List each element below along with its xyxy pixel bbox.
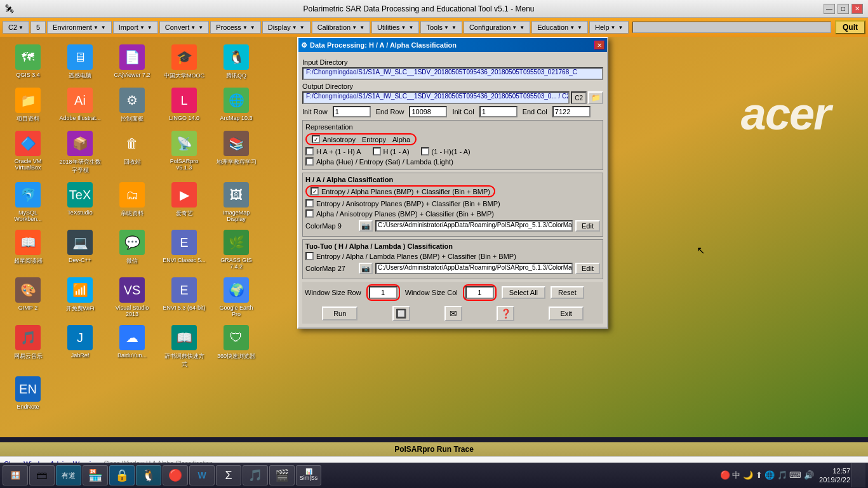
- desktop-icon-polsarpro-v5.1.3[interactable]: 📡 PolSARpro v5.1.3: [161, 128, 207, 177]
- action-icon-1[interactable]: 🔲: [392, 306, 410, 321]
- minimize-button[interactable]: —: [824, 4, 835, 14]
- menubar-process[interactable]: Process ▼: [210, 21, 261, 34]
- taskbar-files-button[interactable]: 🗃: [29, 465, 55, 485]
- maximize-button[interactable]: □: [838, 4, 849, 14]
- desktop-icon-jabref[interactable]: J JabRef: [57, 322, 103, 371]
- taskbar-chrome-button[interactable]: 🔴: [163, 465, 188, 485]
- desktop-icon-微信[interactable]: 💬 微信: [109, 227, 155, 272]
- menubar-s[interactable]: 5: [30, 21, 46, 34]
- desktop-icon-cajviewer-7.2[interactable]: 📄 CAjViewer 7.2: [109, 42, 155, 82]
- desktop-icon-mysql-workben...[interactable]: 🐬 MySQL Workben...: [5, 180, 51, 225]
- desktop-icon-回收站[interactable]: 🗑 回收站: [109, 128, 155, 177]
- taskbar-store-button[interactable]: 🏪: [83, 465, 108, 485]
- init-row-field[interactable]: [333, 106, 371, 117]
- desktop-icon-辞书词典快速方式[interactable]: 📖 辞书词典快速方式: [161, 322, 207, 371]
- menubar-utilities[interactable]: Utilities ▼: [371, 21, 419, 34]
- desktop-icon-gimp-2[interactable]: 🎨 GIMP 2: [5, 275, 51, 320]
- desktop-icon-baiduyun...[interactable]: ☁ BaiduYun...: [109, 322, 155, 371]
- desktop-icon-地理学教程学习[interactable]: 📚 地理学教程学习: [213, 128, 259, 177]
- colormap27-browse-button[interactable]: 📷: [359, 263, 373, 274]
- ha-plus-checkbox[interactable]: H A + (1 - H) A: [305, 147, 361, 155]
- reset-button[interactable]: Reset: [551, 286, 584, 299]
- menubar-tools[interactable]: Tools ▼: [420, 21, 462, 34]
- menubar-environment[interactable]: Environment ▼: [47, 21, 112, 34]
- desktop-icon-2018年研究生数字孪模[interactable]: 📦 2018年研究生数字孪模: [57, 128, 103, 177]
- menubar-import[interactable]: Import ▼: [113, 21, 158, 34]
- desktop-icon-imagemap-display[interactable]: 🖼 ImageMap Display: [213, 180, 259, 225]
- menubar-c2[interactable]: C2 ▼: [3, 21, 29, 34]
- desktop-icon-超星阅读器[interactable]: 📖 超星阅读器: [5, 227, 51, 272]
- colormap9-edit-button[interactable]: Edit: [575, 220, 600, 232]
- taskbar-youdao-button[interactable]: 有道: [56, 465, 81, 485]
- desktop-icon-oracle-vm-virtualbox[interactable]: 🔷 Oracle VM VirtualBox: [5, 128, 51, 177]
- desktop-icon-dev-c++[interactable]: 💻 Dev-C++: [57, 227, 103, 272]
- run-button[interactable]: Run: [322, 307, 357, 320]
- select-all-button[interactable]: Select All: [502, 286, 545, 299]
- desktop-icon-360快速浏览器[interactable]: 🛡 360快速浏览器: [213, 322, 259, 371]
- output-directory-field[interactable]: F:/Chongmingdao/S1/S1A_IW_SLC__1SDV_2018…: [302, 91, 570, 104]
- menubar-calibration[interactable]: Calibration ▼: [312, 21, 370, 34]
- window-size-col-label: Window Size Col: [405, 289, 458, 296]
- output-browse-button[interactable]: 📁: [588, 91, 603, 104]
- colormap27-field[interactable]: C:/Users/Administrator/AppData/Roaming/P…: [375, 263, 573, 274]
- h1a-checkbox[interactable]: H (1 - A): [373, 147, 410, 155]
- menubar-help[interactable]: Help ▼: [589, 21, 629, 34]
- entropy-anisotropy-checkbox[interactable]: Entropy / Anisotropy Planes (BMP) + Clas…: [305, 199, 500, 208]
- desktop-icon-腾讯qq[interactable]: 🐧 腾讯QQ: [213, 42, 259, 82]
- desktop-icon-lingo-14.0[interactable]: L LINGO 14.0: [161, 85, 207, 126]
- menubar-education[interactable]: Education ▼: [531, 21, 588, 34]
- desktop-icon-adobe-illustrat...[interactable]: Ai Adobe Illustrat...: [57, 85, 103, 126]
- end-col-field[interactable]: [552, 106, 591, 117]
- desktop-icon-qgis-3.4[interactable]: 🗺 QGIS 3.4: [5, 42, 51, 82]
- desktop-icon-项目资料[interactable]: 📁 项目资料: [5, 85, 51, 126]
- input-directory-field[interactable]: F:/Chongmingdao/S1/S1A_IW_SLC__1SDV_2018…: [302, 67, 603, 80]
- alpha-hue-checkbox[interactable]: Alpha (Hue) / Entropy (Sat) / Lambda (Li…: [305, 157, 453, 166]
- desktop-icon-visual-studio-2013[interactable]: VS Visual Studio 2013: [109, 275, 155, 320]
- action-icon-3[interactable]: ❓: [497, 306, 514, 321]
- taskbar-sigma-button[interactable]: Σ: [216, 465, 241, 485]
- menubar-display[interactable]: Display ▼: [262, 21, 310, 34]
- action-icon-2[interactable]: ✉: [444, 306, 462, 321]
- end-row-field[interactable]: [409, 106, 447, 117]
- desktop-icon-envi-5.3-(64-bit)[interactable]: E ENVI 5.3 (64-bit): [161, 275, 207, 320]
- window-size-row-field[interactable]: [369, 286, 397, 299]
- taskbar-qq-button[interactable]: 🐧: [136, 465, 161, 485]
- desktop-icon-img: ☁: [119, 325, 145, 350]
- quit-button[interactable]: Quit: [835, 20, 865, 34]
- window-size-col-field[interactable]: [465, 286, 494, 299]
- desktop-icon-texstudio[interactable]: TeX TeXstudio: [57, 180, 103, 225]
- taskbar-plot-button[interactable]: 📊Sim|Ss: [296, 465, 321, 485]
- taskbar-lock-button[interactable]: 🔒: [109, 465, 135, 485]
- colormap9-browse-button[interactable]: 📷: [359, 220, 373, 232]
- colormap27-edit-button[interactable]: Edit: [575, 263, 600, 274]
- exit-button[interactable]: Exit: [549, 307, 583, 320]
- entropy-alpha-checkbox[interactable]: ✓ Entropy / Alpha Planes (BMP) + Classif…: [310, 187, 490, 195]
- desktop-icon-爱奇艺[interactable]: ▶ 爱奇艺: [161, 180, 207, 225]
- desktop-icon-endnote[interactable]: EN EndNote: [5, 374, 51, 412]
- desktop-icon-arcmap-10.3[interactable]: 🌐 ArcMap 10.3: [213, 85, 259, 126]
- taskbar-word-button[interactable]: W: [189, 465, 215, 485]
- init-col-field[interactable]: [479, 106, 517, 117]
- desktop-icon-亲昵资料[interactable]: 🗂 亲昵资料: [109, 180, 155, 225]
- desktop-icon-grass-gis-7.4.2[interactable]: 🌿 GRASS GIS 7.4.2: [213, 227, 259, 272]
- taskbar-music-button[interactable]: 🎵: [243, 465, 268, 485]
- desktop-icon-遥感电脑[interactable]: 🖥 遥感电脑: [57, 42, 103, 82]
- desktop-icon-开免费wifi[interactable]: 📶 开免费WiFi: [57, 275, 103, 320]
- desktop-icon-网易云音乐[interactable]: 🎵 网易云音乐: [5, 322, 51, 371]
- desktop-icon-envi-classic-5...[interactable]: E ENVI Classic 5...: [161, 227, 207, 272]
- desktop-icon-中国大学mooc[interactable]: 🎓 中国大学MOOC: [161, 42, 207, 82]
- entropy-lambda-checkbox[interactable]: Entropy / Alpha / Lambda Planes (BMP) + …: [305, 252, 516, 260]
- desktop-icon-google-earth-pro[interactable]: 🌍 Google Earth Pro: [213, 275, 259, 320]
- one-minus-checkbox[interactable]: (1 - H)(1 - A): [421, 147, 471, 155]
- colormap9-field[interactable]: C:/Users/Administrator/AppData/Roaming/P…: [375, 220, 573, 232]
- menubar-convert[interactable]: Convert ▼: [159, 21, 209, 34]
- taskbar-start-button[interactable]: 🪟: [3, 465, 28, 485]
- show-desktop-button[interactable]: [851, 463, 865, 487]
- alpha-anisotropy-checkbox[interactable]: Alpha / Anisotropy Planes (BMP) + Classi…: [305, 209, 494, 218]
- taskbar-video-button[interactable]: 🎬: [269, 465, 295, 485]
- anisotropy-checkbox[interactable]: ✓ Anisotropy: [312, 135, 356, 143]
- desktop-icon-控制面板[interactable]: ⚙ 控制面板: [109, 85, 155, 126]
- menubar-configuration[interactable]: Configuration ▼: [464, 21, 530, 34]
- close-button[interactable]: ✕: [851, 4, 863, 14]
- dialog-close-button[interactable]: ✕: [594, 41, 604, 49]
